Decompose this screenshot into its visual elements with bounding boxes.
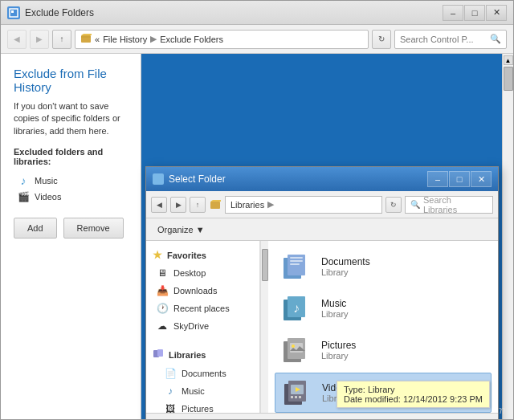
- main-scrollbar[interactable]: ▲: [502, 54, 513, 420]
- skydrive-icon: ☁: [156, 320, 169, 332]
- main-window: Exclude Folders – □ ✕ ◀ ▶ ↑ « File Histo…: [0, 0, 514, 420]
- nav-item-documents[interactable]: 📄 Documents: [146, 365, 259, 382]
- favorites-label: Favorites: [167, 251, 206, 260]
- nav-documents-label: Documents: [182, 369, 226, 378]
- path-filehistory[interactable]: File History: [103, 35, 147, 44]
- recent-icon: 🕐: [156, 302, 169, 315]
- svg-rect-23: [291, 396, 293, 398]
- nav-documents-icon: 📄: [164, 367, 177, 380]
- svg-rect-25: [299, 396, 301, 398]
- library-item-pictures[interactable]: Pictures Library: [275, 331, 492, 369]
- address-path[interactable]: « File History ▶ Exclude Folders: [75, 30, 369, 49]
- downloads-icon: 📥: [156, 284, 169, 297]
- back-button[interactable]: ◀: [7, 30, 27, 49]
- libraries-label: Libraries: [169, 350, 206, 360]
- svg-rect-4: [210, 202, 220, 209]
- forward-button[interactable]: ▶: [30, 30, 49, 49]
- dialog-bottom: Folder: Select Folder: [146, 413, 498, 420]
- skydrive-label: SkyDrive: [173, 321, 209, 331]
- organize-button[interactable]: Organize ▼: [153, 223, 210, 236]
- music-icon: ♪: [21, 174, 27, 187]
- minimize-button[interactable]: –: [443, 5, 463, 21]
- dialog-toolbar: Organize ▼: [146, 218, 498, 241]
- dialog-address-bar: ◀ ▶ ↑ Libraries ▶ ↻ 🔍 Search Libraries: [146, 191, 498, 218]
- path-excludefolders[interactable]: Exclude Folders: [160, 35, 223, 44]
- dialog-title-bar: Select Folder – □ ✕: [146, 167, 498, 191]
- svg-point-18: [292, 345, 295, 348]
- favorites-section: ★ Favorites 🖥 Desktop 📥 Downloads: [146, 241, 259, 340]
- dialog-title-left: Select Folder: [153, 173, 226, 185]
- panel-buttons: Add Remove: [14, 218, 128, 239]
- nav-scroll-thumb[interactable]: [262, 249, 268, 281]
- documents-library-type: Library: [321, 267, 370, 277]
- svg-rect-1: [11, 10, 14, 13]
- window-title: Exclude Folders: [25, 7, 94, 18]
- tooltip-date-line: Date modified: 12/14/2012 9:23 PM: [344, 394, 483, 404]
- music-library-icon: ♪: [281, 294, 313, 323]
- refresh-button[interactable]: ↻: [372, 30, 391, 49]
- pictures-library-info: Pictures Library: [321, 340, 356, 361]
- dialog-address-path[interactable]: Libraries ▶: [225, 196, 382, 214]
- dialog-title-text: Select Folder: [169, 173, 226, 185]
- dialog-path-icon: [209, 198, 222, 211]
- tooltip-type-line: Type: Library: [344, 385, 483, 394]
- maximize-button[interactable]: □: [464, 5, 485, 21]
- excluded-item-music[interactable]: ♪ Music: [14, 173, 128, 189]
- recent-label: Recent places: [173, 304, 230, 313]
- pictures-library-icon: [281, 336, 313, 365]
- close-button[interactable]: ✕: [486, 5, 507, 21]
- dialog-close-button[interactable]: ✕: [471, 171, 492, 187]
- dialog-window-icon: [153, 173, 164, 185]
- scroll-up-arrow[interactable]: ▲: [504, 55, 513, 65]
- search-box[interactable]: 🔍: [394, 30, 507, 49]
- scroll-thumb[interactable]: [504, 67, 513, 91]
- dialog-back-button[interactable]: ◀: [151, 197, 167, 213]
- music-library-info: Music Library: [321, 298, 349, 319]
- excluded-item-videos[interactable]: 🎬 Videos: [14, 189, 128, 205]
- main-address-bar: ◀ ▶ ↑ « File History ▶ Exclude Folders ↻…: [1, 25, 513, 54]
- panel-title: Exclude from File History: [14, 67, 128, 94]
- panel-subtitle: If you don't want to save copies of spec…: [14, 100, 128, 137]
- documents-library-icon: [281, 252, 313, 281]
- svg-text:♪: ♪: [293, 301, 300, 315]
- dialog-nav-wrapper: ★ Favorites 🖥 Desktop 📥 Downloads: [146, 241, 268, 413]
- video-icon: 🎬: [18, 191, 30, 202]
- dialog-nav-scrollbar[interactable]: [260, 241, 268, 413]
- library-item-documents[interactable]: Documents Library: [275, 247, 492, 286]
- svg-rect-9: [290, 257, 303, 259]
- search-input[interactable]: [400, 35, 487, 44]
- documents-library-name: Documents: [321, 256, 370, 267]
- nav-item-desktop[interactable]: 🖥 Desktop: [146, 264, 259, 282]
- favorites-header[interactable]: ★ Favorites: [146, 246, 259, 264]
- downloads-label: Downloads: [173, 286, 217, 296]
- add-button[interactable]: Add: [14, 218, 57, 239]
- tooltip: Type: Library Date modified: 12/14/2012 …: [337, 381, 490, 408]
- excluded-item-videos-label: Videos: [35, 192, 61, 202]
- dialog-minimize-button[interactable]: –: [427, 171, 448, 187]
- path-separator: «: [95, 35, 100, 44]
- excluded-list: ♪ Music 🎬 Videos: [14, 173, 128, 205]
- libraries-icon: [153, 348, 164, 361]
- title-bar-controls: – □ ✕: [443, 5, 507, 21]
- nav-item-pictures[interactable]: 🖼 Pictures: [146, 400, 259, 413]
- remove-button[interactable]: Remove: [63, 218, 124, 239]
- organize-label: Organize: [157, 225, 194, 234]
- library-item-music[interactable]: ♪ Music Library: [275, 289, 492, 328]
- libraries-section: Libraries 📄 Documents ♪ Music: [146, 340, 259, 413]
- dialog-forward-button[interactable]: ▶: [170, 197, 186, 213]
- dialog-refresh-button[interactable]: ↻: [386, 197, 402, 213]
- path-arrow: ▶: [150, 34, 157, 44]
- nav-item-music[interactable]: ♪ Music: [146, 382, 259, 400]
- svg-rect-11: [290, 263, 300, 265]
- dialog-path-libraries: Libraries: [230, 200, 264, 210]
- dialog-up-button[interactable]: ↑: [190, 197, 206, 213]
- up-button[interactable]: ↑: [52, 30, 71, 49]
- dialog-search-box[interactable]: 🔍 Search Libraries: [405, 196, 493, 214]
- libraries-header[interactable]: Libraries: [146, 345, 259, 365]
- dialog-maximize-button[interactable]: □: [449, 171, 470, 187]
- path-icon: [80, 33, 92, 46]
- nav-item-recent[interactable]: 🕐 Recent places: [146, 300, 259, 317]
- videos-library-icon: [282, 378, 314, 407]
- nav-item-downloads[interactable]: 📥 Downloads: [146, 282, 259, 300]
- nav-item-skydrive[interactable]: ☁ SkyDrive: [146, 317, 259, 335]
